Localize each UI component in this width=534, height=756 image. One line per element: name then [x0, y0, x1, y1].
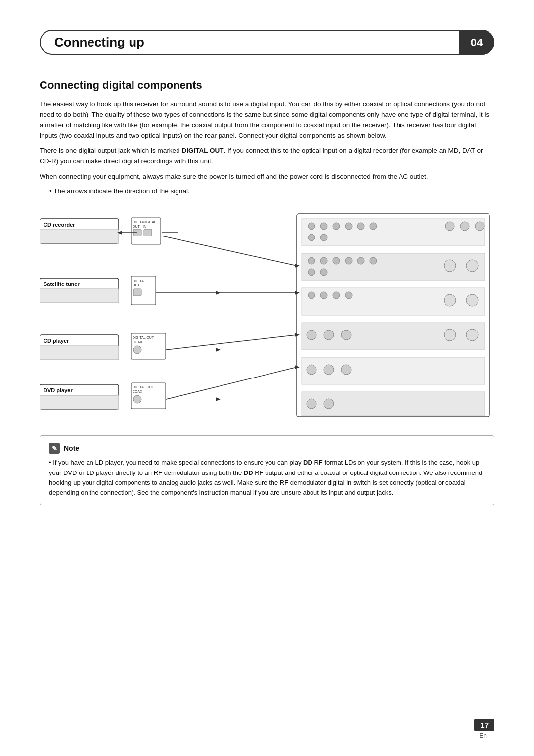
svg-rect-55 [302, 288, 485, 315]
note-label: Note [64, 444, 79, 452]
svg-point-74 [324, 399, 334, 409]
svg-point-40 [320, 234, 327, 241]
svg-point-59 [345, 292, 352, 299]
paragraph-2: There is one digital output jack which i… [40, 146, 494, 167]
paragraph-3: When connecting your equipment, always m… [40, 172, 494, 182]
svg-point-47 [333, 257, 340, 264]
svg-text:CD recorder: CD recorder [44, 222, 75, 228]
svg-point-42 [460, 222, 469, 231]
svg-text:Satellite tuner: Satellite tuner [44, 281, 80, 287]
svg-point-50 [370, 257, 377, 264]
note-bullet: • [49, 459, 53, 466]
svg-point-52 [320, 269, 327, 276]
svg-point-73 [307, 399, 316, 409]
svg-line-84 [166, 335, 297, 350]
svg-point-60 [444, 294, 456, 306]
connection-diagram: CD recorder Satellite tuner CD player DV… [40, 209, 494, 422]
svg-point-36 [345, 223, 352, 230]
svg-text:DIGITAL: DIGITAL [133, 279, 146, 283]
note-icon: ✎ [49, 443, 60, 454]
svg-rect-5 [40, 289, 119, 303]
svg-point-58 [333, 292, 340, 299]
svg-marker-80 [295, 264, 300, 268]
svg-point-56 [308, 292, 315, 299]
svg-point-63 [307, 330, 316, 340]
svg-marker-89 [216, 397, 221, 401]
svg-point-69 [307, 365, 316, 375]
svg-point-65 [341, 330, 351, 340]
svg-marker-88 [295, 365, 300, 369]
svg-point-45 [308, 257, 315, 264]
note-header: ✎ Note [49, 443, 485, 454]
page-title: Connecting up [54, 35, 480, 50]
svg-point-35 [333, 223, 340, 230]
svg-text:CD player: CD player [44, 338, 69, 344]
svg-point-33 [308, 223, 315, 230]
svg-point-53 [444, 260, 456, 272]
note-box: ✎ Note • If you have an LD player, you n… [40, 435, 494, 505]
svg-point-37 [357, 223, 364, 230]
svg-text:COAX: COAX [133, 340, 142, 344]
svg-rect-44 [302, 253, 485, 281]
svg-point-70 [324, 365, 334, 375]
svg-text:DIGITAL OUT: DIGITAL OUT [133, 385, 154, 389]
svg-text:DIGITAL: DIGITAL [143, 220, 156, 224]
svg-rect-11 [40, 395, 119, 409]
svg-rect-2 [40, 230, 119, 243]
svg-point-39 [308, 234, 315, 241]
svg-text:DVD player: DVD player [44, 387, 73, 393]
svg-line-79 [162, 236, 297, 266]
svg-point-30 [134, 395, 141, 403]
svg-point-71 [341, 365, 351, 375]
svg-marker-85 [295, 333, 300, 337]
svg-rect-22 [134, 289, 141, 296]
svg-point-48 [345, 257, 352, 264]
paragraph-1: The easiest way to hook up this receiver… [40, 99, 494, 141]
svg-rect-18 [144, 229, 152, 236]
svg-text:OUT: OUT [133, 284, 140, 287]
svg-rect-8 [40, 346, 119, 360]
svg-text:IN: IN [143, 225, 146, 228]
svg-rect-32 [302, 219, 485, 246]
svg-line-87 [166, 367, 297, 399]
bullet-signal: The arrows indicate the direction of the… [49, 187, 494, 197]
svg-point-34 [320, 223, 327, 230]
chapter-number: 04 [459, 30, 494, 55]
svg-point-49 [357, 257, 364, 264]
svg-text:COAX: COAX [133, 390, 142, 393]
svg-marker-86 [216, 348, 221, 352]
page-number: 17 [474, 719, 494, 731]
svg-point-46 [320, 257, 327, 264]
svg-text:OUT: OUT [133, 225, 140, 228]
svg-point-67 [466, 329, 478, 341]
svg-point-54 [466, 260, 478, 272]
svg-point-66 [444, 329, 456, 341]
svg-point-51 [308, 269, 315, 276]
svg-point-61 [466, 294, 478, 306]
svg-point-57 [320, 292, 327, 299]
svg-point-64 [324, 330, 334, 340]
svg-point-41 [445, 222, 454, 231]
note-text: • If you have an LD player, you need to … [49, 458, 485, 498]
svg-text:DIGITAL OUT: DIGITAL OUT [133, 336, 154, 339]
header-bar: Connecting up 04 [40, 30, 494, 55]
svg-marker-83 [216, 291, 221, 295]
svg-point-43 [475, 222, 484, 231]
svg-point-38 [370, 223, 377, 230]
section-title: Connecting digital components [40, 79, 494, 92]
diagram-area: CD recorder Satellite tuner CD player DV… [40, 209, 494, 422]
page: Connecting up 04 Connecting digital comp… [0, 0, 534, 756]
svg-point-26 [134, 346, 141, 354]
page-lang: En [479, 732, 487, 739]
svg-marker-82 [295, 291, 300, 295]
